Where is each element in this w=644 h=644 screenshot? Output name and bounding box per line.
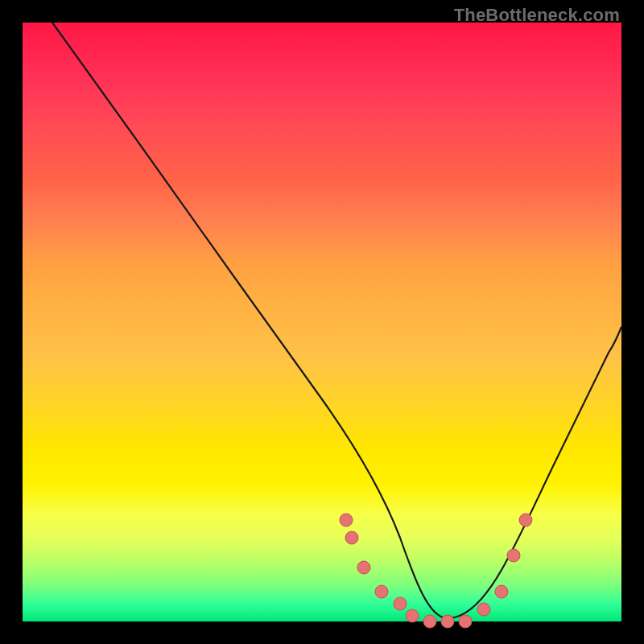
dot: [441, 615, 454, 628]
dot: [507, 549, 520, 562]
dot: [423, 615, 436, 628]
dot: [406, 609, 419, 622]
dot: [495, 585, 508, 598]
dot: [477, 603, 490, 616]
dot: [459, 615, 472, 628]
bottleneck-curve: [52, 23, 621, 618]
dot: [340, 514, 353, 526]
watermark-text: TheBottleneck.com: [454, 5, 620, 26]
dot: [375, 585, 388, 598]
highlight-dots-group: [340, 514, 532, 628]
dot: [394, 597, 407, 610]
dot: [357, 561, 370, 574]
dot: [519, 514, 532, 526]
dot: [345, 531, 358, 544]
chart-frame: [23, 23, 621, 621]
chart-svg: [23, 23, 621, 621]
